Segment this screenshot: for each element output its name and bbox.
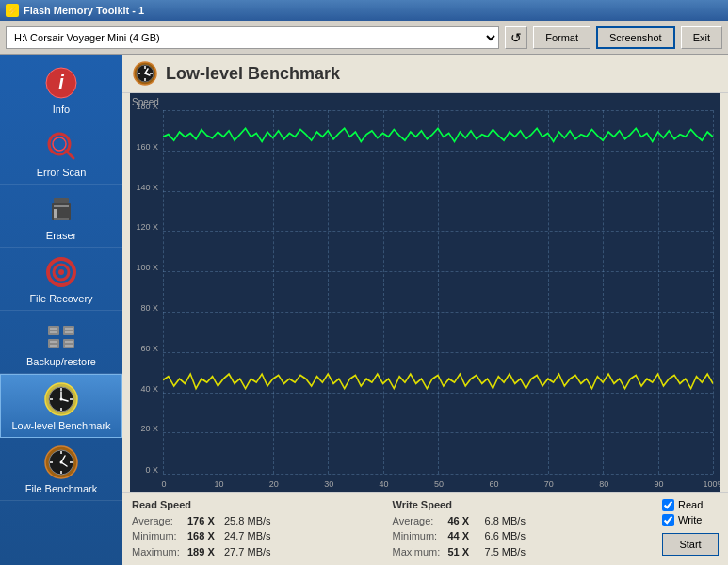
svg-point-12: [58, 269, 64, 275]
sidebar-label-file-recovery: File Recovery: [29, 293, 92, 304]
write-checkbox-label: Write: [678, 514, 702, 525]
write-stats-title: Write Speed: [393, 499, 644, 510]
sidebar-item-info[interactable]: i Info: [0, 58, 122, 121]
svg-rect-18: [65, 331, 73, 333]
format-button[interactable]: Format: [533, 26, 590, 49]
svg-rect-15: [50, 331, 57, 333]
info-icon: i: [42, 64, 80, 102]
read-max-mbs: 27.7 MB/s: [224, 544, 281, 560]
svg-rect-16: [63, 326, 74, 335]
write-avg-x: 46 X: [448, 513, 481, 529]
write-min-x: 44 X: [448, 528, 481, 544]
read-checkbox-label: Read: [678, 499, 703, 510]
svg-rect-20: [50, 341, 57, 343]
read-max-label: Maximum:: [132, 544, 184, 560]
svg-point-42: [60, 461, 63, 464]
svg-rect-14: [50, 328, 57, 330]
window-title: Flash Memory Toolkit - 1: [24, 5, 144, 16]
benchmark-title: Low-level Benchmark: [166, 64, 340, 84]
write-stats: Write Speed Average: 46 X 6.8 MB/s Minim…: [393, 499, 644, 560]
benchmark-header: Low-level Benchmark: [122, 55, 728, 93]
read-average-row: Average: 176 X 25.8 MB/s: [132, 513, 383, 529]
title-bar: ⚡ Flash Memory Toolkit - 1: [0, 0, 728, 21]
app-icon: ⚡: [6, 4, 19, 17]
svg-rect-21: [50, 345, 57, 347]
svg-rect-8: [54, 209, 57, 218]
screenshot-button[interactable]: Screenshot: [596, 26, 675, 49]
sidebar-item-file-benchmark[interactable]: File Benchmark: [0, 438, 122, 501]
svg-rect-7: [54, 205, 69, 207]
svg-rect-9: [54, 218, 69, 220]
sidebar-label-file-benchmark: File Benchmark: [25, 483, 97, 494]
read-maximum-row: Maximum: 189 X 27.7 MB/s: [132, 544, 383, 560]
content-area: Low-level Benchmark Speed 180 X 160 X 14…: [122, 55, 728, 565]
write-max-label: Maximum:: [393, 544, 445, 560]
svg-rect-23: [65, 341, 73, 343]
sidebar-item-file-recovery[interactable]: File Recovery: [0, 248, 122, 311]
sidebar: i Info Error Scan: [0, 55, 122, 565]
backup-restore-icon: [42, 316, 80, 354]
write-average-row: Average: 46 X 6.8 MB/s: [393, 513, 644, 529]
read-minimum-row: Minimum: 168 X 24.7 MB/s: [132, 528, 383, 544]
low-level-benchmark-icon: [42, 380, 80, 418]
refresh-button[interactable]: ↺: [505, 26, 527, 49]
svg-rect-19: [48, 339, 59, 348]
svg-line-4: [66, 151, 73, 158]
write-maximum-row: Maximum: 51 X 7.5 MB/s: [393, 544, 644, 560]
file-recovery-icon: [42, 253, 80, 291]
error-scan-icon: [42, 127, 80, 165]
write-line: [163, 374, 713, 388]
write-max-x: 51 X: [448, 544, 481, 560]
exit-button[interactable]: Exit: [681, 26, 722, 49]
svg-text:i: i: [58, 72, 64, 92]
read-line: [163, 128, 713, 141]
sidebar-item-error-scan[interactable]: Error Scan: [0, 121, 122, 185]
read-checkbox-row[interactable]: Read: [662, 499, 703, 511]
read-checkbox[interactable]: [662, 499, 674, 511]
sidebar-label-eraser: Eraser: [46, 230, 76, 241]
sidebar-item-eraser[interactable]: Eraser: [0, 185, 122, 248]
read-stats: Read Speed Average: 176 X 25.8 MB/s Mini…: [132, 499, 383, 560]
chart-container: Speed 180 X 160 X 140 X 120 X 100 X 80 X…: [130, 93, 720, 492]
svg-rect-13: [48, 326, 59, 335]
toolbar: H:\ Corsair Voyager Mini (4 GB) ↺ Format…: [0, 21, 728, 55]
write-checkbox[interactable]: [662, 514, 674, 526]
file-benchmark-icon: [42, 444, 80, 481]
read-avg-x: 176 X: [187, 513, 220, 529]
benchmark-header-icon: [132, 60, 158, 87]
write-minimum-row: Minimum: 44 X 6.6 MB/s: [393, 528, 644, 544]
read-min-label: Minimum:: [132, 528, 184, 544]
svg-rect-5: [54, 198, 69, 203]
stats-area: Read Speed Average: 176 X 25.8 MB/s Mini…: [122, 492, 728, 566]
main-layout: i Info Error Scan: [0, 55, 728, 565]
svg-rect-22: [63, 339, 74, 348]
controls-area: Read Write Start: [653, 499, 719, 556]
write-avg-label: Average:: [393, 513, 445, 529]
read-avg-mbs: 25.8 MB/s: [224, 513, 281, 529]
sidebar-label-error-scan: Error Scan: [37, 167, 87, 178]
sidebar-label-info: Info: [53, 104, 70, 115]
sidebar-item-backup-restore[interactable]: Backup/restore: [0, 311, 122, 374]
read-max-x: 189 X: [187, 544, 220, 560]
svg-rect-24: [65, 345, 73, 347]
write-avg-mbs: 6.8 MB/s: [485, 513, 542, 529]
write-max-mbs: 7.5 MB/s: [485, 544, 542, 560]
read-avg-label: Average:: [132, 513, 184, 529]
sidebar-item-low-level-benchmark[interactable]: Low-level Benchmark: [0, 374, 122, 438]
read-min-x: 168 X: [187, 528, 220, 544]
svg-point-33: [60, 398, 63, 401]
read-stats-title: Read Speed: [132, 499, 383, 510]
write-min-mbs: 6.6 MB/s: [485, 528, 542, 544]
sidebar-label-backup-restore: Backup/restore: [26, 356, 96, 367]
chart-svg: [163, 110, 713, 474]
eraser-icon: [42, 190, 80, 228]
drive-select[interactable]: H:\ Corsair Voyager Mini (4 GB): [6, 26, 499, 49]
svg-rect-17: [65, 328, 73, 330]
start-button[interactable]: Start: [662, 533, 719, 556]
read-min-mbs: 24.7 MB/s: [224, 528, 281, 544]
write-checkbox-row[interactable]: Write: [662, 514, 702, 526]
svg-point-3: [53, 137, 66, 151]
write-min-label: Minimum:: [393, 528, 445, 544]
sidebar-label-low-level-benchmark: Low-level Benchmark: [11, 420, 110, 431]
